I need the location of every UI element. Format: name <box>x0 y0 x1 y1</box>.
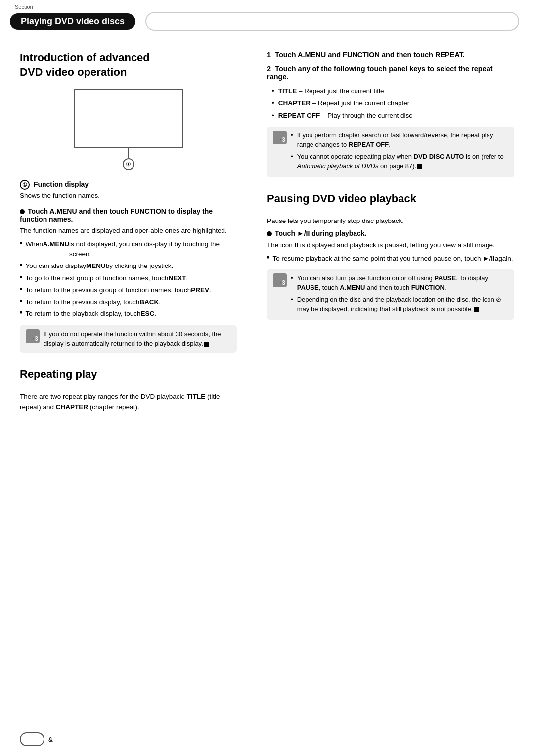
note-number-3: 3 <box>282 279 285 286</box>
function-display-title: ① Function display <box>20 180 237 190</box>
note-3-content: • You can also turn pause function on or… <box>291 273 508 316</box>
repeating-play-body: There are two repeat play ranges for the… <box>20 391 237 412</box>
page-footer: & <box>0 732 534 746</box>
note-2-item-2: • You cannot operate repeating play when… <box>291 152 508 171</box>
end-square-3 <box>474 307 479 312</box>
step-2-section: 2 Touch any of the following touch panel… <box>267 65 514 121</box>
page-oval <box>20 732 44 746</box>
note-box-3: 3 • You can also turn pause function on … <box>267 269 514 320</box>
note-2-item-1: • If you perform chapter search or fast … <box>291 131 508 150</box>
pausing-dvd-intro: Pause lets you temporarily stop disc pla… <box>267 216 514 226</box>
bullet-amenu-3: To go to the next group of function name… <box>20 273 237 283</box>
header-inner: Playing DVD video discs <box>10 12 519 31</box>
step-2-title: 2 Touch any of the following touch panel… <box>267 65 514 81</box>
playing-dvd-badge: Playing DVD video discs <box>10 13 135 30</box>
note-text-1: If you do not operate the function withi… <box>44 329 231 349</box>
repeating-play-section: Repeating play There are two repeat play… <box>20 367 237 413</box>
note-icon-2: 3 <box>273 131 287 144</box>
page: Section Playing DVD video discs Introduc… <box>0 0 534 756</box>
note-2-content: • If you perform chapter search or fast … <box>291 131 508 173</box>
step-2-list: • TITLE – Repeat just the current title … <box>267 87 514 121</box>
repeat-item-off: • REPEAT OFF – Play through the current … <box>272 111 514 121</box>
step-1-title: 1 Touch A.MENU and FUNCTION and then tou… <box>267 51 514 59</box>
end-square-1 <box>204 342 209 347</box>
footer-text: & <box>48 736 53 743</box>
note-box-2: 3 • If you perform chapter search or fas… <box>267 127 514 177</box>
touch-play-pause-title: Touch ►/II during playback. <box>267 229 514 237</box>
touch-play-pause-section: Touch ►/II during playback. The icon II … <box>267 229 514 264</box>
end-square-2 <box>417 164 422 169</box>
diagram-box <box>74 89 183 148</box>
bullet-amenu-2: You can also display MENU by clicking th… <box>20 261 237 271</box>
left-column: Introduction of advancedDVD video operat… <box>0 36 252 430</box>
diagram-line <box>128 148 129 158</box>
note-icon-1: 3 <box>26 329 40 343</box>
function-display-desc: Shows the function names. <box>20 192 237 199</box>
note-3-item-2: • Depending on the disc and the playback… <box>291 295 508 314</box>
bullet-amenu-1: When A.MENU is not displayed, you can di… <box>20 239 237 260</box>
note-number-1: 3 <box>35 335 38 342</box>
note-number-2: 3 <box>282 136 285 143</box>
right-column: 1 Touch A.MENU and FUNCTION and then tou… <box>252 36 534 430</box>
page-header: Section Playing DVD video discs <box>0 0 534 36</box>
content-area: Introduction of advancedDVD video operat… <box>0 36 534 430</box>
repeat-item-chapter: • CHAPTER – Repeat just the current chap… <box>272 98 514 108</box>
touch-amenu-body: The function names are displayed and ope… <box>20 225 237 236</box>
note-box-1: 3 If you do not operate the function wit… <box>20 325 237 353</box>
touch-play-pause-bullet: To resume playback at the same point tha… <box>267 254 514 264</box>
intro-section-title: Introduction of advancedDVD video operat… <box>20 51 237 79</box>
header-right-box <box>145 12 519 31</box>
function-display-num: ① <box>20 180 30 190</box>
note-icon-3: 3 <box>273 273 287 287</box>
pausing-dvd-section: Pausing DVD video playback Pause lets yo… <box>267 192 514 320</box>
touch-play-pause-body: The icon II is displayed and playback is… <box>267 240 514 251</box>
touch-amenu-section: Touch A.MENU and then touch FUNCTION to … <box>20 207 237 319</box>
repeat-item-title: • TITLE – Repeat just the current title <box>272 87 514 96</box>
note-3-item-1: • You can also turn pause function on or… <box>291 273 508 293</box>
diagram-circle: ① <box>123 158 134 170</box>
function-diagram: ① <box>20 89 237 170</box>
bullet-amenu-6: To return to the playback display, touch… <box>20 309 237 319</box>
bullet-amenu-4: To return to the previous group of funct… <box>20 285 237 295</box>
repeating-play-title: Repeating play <box>20 367 237 382</box>
function-display-section: ① Function display Shows the function na… <box>20 180 237 199</box>
pausing-dvd-title: Pausing DVD video playback <box>267 192 514 206</box>
touch-amenu-title: Touch A.MENU and then touch FUNCTION to … <box>20 207 237 223</box>
bullet-amenu-5: To return to the previous display, touch… <box>20 297 237 307</box>
section-label: Section <box>15 4 33 10</box>
